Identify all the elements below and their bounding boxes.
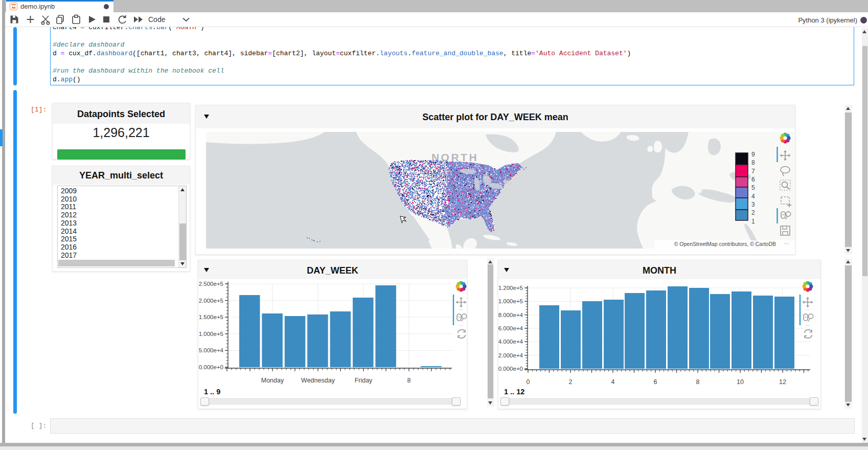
- svg-text:4: 4: [611, 378, 615, 386]
- svg-text:7: 7: [751, 168, 755, 175]
- svg-text:12: 12: [779, 378, 786, 386]
- svg-text:8.000e+4: 8.000e+4: [498, 312, 523, 318]
- svg-text:4.000e+4: 4.000e+4: [498, 339, 523, 345]
- svg-text:8: 8: [696, 378, 700, 386]
- svg-text:0.000e+0: 0.000e+0: [199, 364, 223, 370]
- svg-text:Friday: Friday: [355, 377, 373, 384]
- svg-text:6: 6: [654, 378, 657, 386]
- svg-text:Monday: Monday: [261, 377, 284, 384]
- svg-text:Code: Code: [148, 15, 166, 24]
- svg-text:0: 0: [527, 378, 530, 386]
- svg-text:1: 1: [751, 218, 755, 225]
- svg-text:Wednesday: Wednesday: [301, 377, 335, 384]
- svg-text:1.000e+5: 1.000e+5: [199, 331, 223, 337]
- svg-text:1.500e+5: 1.500e+5: [199, 314, 223, 320]
- svg-text:2: 2: [751, 209, 755, 216]
- svg-text:8: 8: [407, 377, 411, 384]
- svg-text:10: 10: [737, 378, 744, 386]
- svg-text:2: 2: [569, 378, 573, 386]
- svg-text:6: 6: [751, 176, 755, 183]
- svg-text:2.500e+5: 2.500e+5: [199, 281, 223, 287]
- svg-text:© OpenStreetMap contributors,: © OpenStreetMap contributors, © CartoDB: [674, 241, 776, 247]
- svg-text:5.000e+4: 5.000e+4: [199, 347, 224, 353]
- svg-text:0.000e+0: 0.000e+0: [498, 366, 523, 372]
- svg-text:1.200e+5: 1.200e+5: [498, 285, 523, 291]
- svg-text:6.000e+4: 6.000e+4: [498, 325, 523, 331]
- svg-text:9: 9: [751, 151, 755, 158]
- svg-text:2.000e+4: 2.000e+4: [498, 352, 523, 358]
- svg-text:5: 5: [751, 184, 755, 191]
- svg-text:···: ···: [784, 240, 789, 246]
- svg-text:4: 4: [751, 193, 755, 200]
- svg-text:1.000e+5: 1.000e+5: [498, 298, 523, 304]
- svg-text:3: 3: [751, 201, 755, 208]
- svg-text:2.000e+5: 2.000e+5: [199, 298, 223, 304]
- svg-text:8: 8: [751, 159, 755, 166]
